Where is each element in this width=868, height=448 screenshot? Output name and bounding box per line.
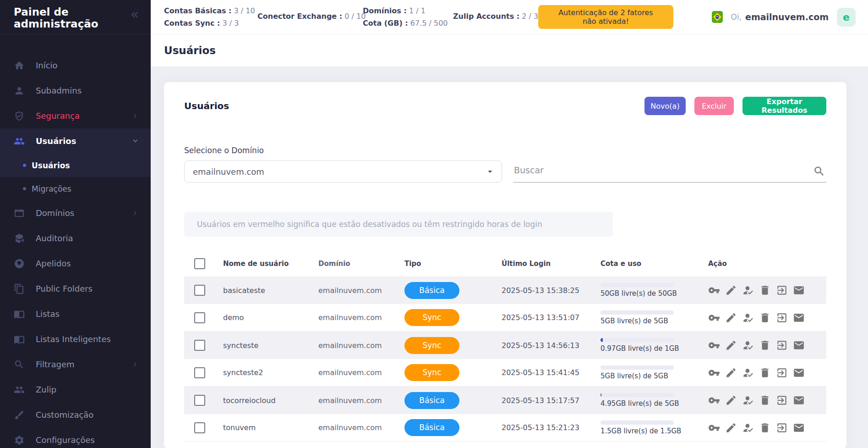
login-icon[interactable]	[776, 422, 788, 434]
audit-icon	[14, 233, 25, 244]
sidebar-item-zulip[interactable]: Zulip	[0, 377, 151, 402]
stat-cota-gb: Cota (GB) : 67.5 / 500	[363, 19, 453, 28]
edit-icon[interactable]	[725, 367, 737, 379]
trash-icon[interactable]	[759, 312, 771, 324]
select-all-checkbox[interactable]	[194, 258, 205, 269]
row-checkbox[interactable]	[194, 285, 205, 296]
red-users-notice: Usuários em vermelho significa que estão…	[184, 212, 613, 237]
sidebar-item-auditoria[interactable]: Auditoria	[0, 226, 151, 251]
sidebar-subitem-label: Usuários	[32, 161, 70, 170]
home-icon	[14, 60, 25, 71]
login-icon[interactable]	[776, 284, 788, 296]
filters-row: Selecione o Domínio emailnuvem.com	[184, 146, 826, 183]
login-icon[interactable]	[776, 312, 788, 324]
quota-text: 1.5GB livre(s) de 1.5GB	[601, 427, 699, 435]
domain-select[interactable]: emailnuvem.com	[184, 160, 502, 183]
row-checkbox[interactable]	[194, 312, 205, 323]
users-icon	[14, 384, 25, 395]
row-checkbox[interactable]	[194, 395, 205, 406]
two-factor-warning-button[interactable]: Autenticação de 2 fatores não ativada!	[538, 5, 673, 29]
edit-icon[interactable]	[725, 394, 737, 406]
search-input[interactable]	[513, 160, 826, 183]
sidebar-item-label: Public Folders	[36, 284, 93, 293]
trash-icon[interactable]	[759, 422, 771, 434]
key-icon[interactable]	[708, 367, 720, 379]
edit-icon[interactable]	[725, 284, 737, 296]
top-header: Contas Básicas : 3 / 10 Contas Sync : 3 …	[151, 0, 868, 34]
stat-contas-sync: Contas Sync : 3 / 3	[164, 19, 257, 28]
sidebar-item-dominios[interactable]: Domínios	[0, 200, 151, 226]
sidebar-item-label: Configurações	[36, 435, 95, 445]
trash-icon[interactable]	[759, 367, 771, 379]
login-icon[interactable]	[776, 339, 788, 351]
user-check-icon[interactable]	[742, 312, 754, 324]
folders-icon	[14, 283, 25, 294]
sidebar-item-seguranca[interactable]: Segurança	[0, 103, 151, 128]
col-header-action: Ação	[699, 260, 826, 268]
edit-icon[interactable]	[725, 339, 737, 351]
sidebar-item-listas[interactable]: Listas	[0, 301, 151, 326]
sidebar-item-usuarios[interactable]: Usuários	[0, 128, 151, 154]
user-check-icon[interactable]	[742, 339, 754, 351]
sidebar-item-public-folders[interactable]: Public Folders	[0, 276, 151, 301]
edit-icon[interactable]	[725, 422, 737, 434]
last-login: 2025-05-13 14:56:13	[492, 341, 590, 350]
row-checkbox[interactable]	[194, 340, 205, 351]
sidebar-item-subadmins[interactable]: Subadmins	[0, 78, 151, 103]
sidebar-item-listas-inteligentes[interactable]: Listas Inteligentes	[0, 326, 151, 352]
trash-icon[interactable]	[759, 394, 771, 406]
sidebar-item-apelidos[interactable]: Apelidos	[0, 251, 151, 276]
quota-bar	[601, 338, 674, 342]
row-checkbox[interactable]	[194, 367, 205, 378]
sidebar-item-filtragem[interactable]: Filtragem	[0, 352, 151, 377]
key-icon[interactable]	[708, 284, 720, 296]
sidebar-collapse-icon[interactable]: «	[131, 7, 139, 21]
mail-icon[interactable]	[793, 422, 805, 434]
sidebar-item-usuarios-sub[interactable]: Usuários	[0, 154, 151, 177]
quota-cell: 5GB livre(s) de 5GB	[590, 310, 699, 325]
row-actions	[708, 394, 826, 406]
login-icon[interactable]	[776, 394, 788, 406]
user-domain: emailnuvem.com	[309, 341, 396, 350]
edit-icon[interactable]	[725, 312, 737, 324]
sidebar-item-customizacao[interactable]: Customização	[0, 402, 151, 427]
login-icon[interactable]	[776, 367, 788, 379]
search-icon[interactable]	[813, 165, 825, 177]
stat-dominios: Domínios : 1 / 1	[363, 6, 453, 15]
sidebar-item-configuracoes[interactable]: Configurações	[0, 427, 151, 448]
page-title: Usuários	[164, 44, 216, 56]
new-button[interactable]: Novo(a)	[644, 97, 686, 115]
key-icon[interactable]	[708, 394, 720, 406]
table-row: demo emailnuvem.com Sync 2025-05-13 13:5…	[184, 304, 826, 332]
trash-icon[interactable]	[759, 339, 771, 351]
brazil-flag-icon[interactable]	[712, 11, 723, 23]
user-check-icon[interactable]	[742, 422, 754, 434]
account-type-badge: Básica	[404, 419, 459, 436]
sidebar-menu: InícioSubadminsSegurançaUsuáriosUsuários…	[0, 34, 151, 448]
mail-icon[interactable]	[793, 312, 805, 324]
key-icon[interactable]	[708, 312, 720, 324]
mail-icon[interactable]	[793, 284, 805, 296]
mail-icon[interactable]	[793, 367, 805, 379]
user-check-icon[interactable]	[742, 284, 754, 296]
sidebar-item-inicio[interactable]: Início	[0, 53, 151, 78]
sidebar-item-label: Início	[36, 61, 58, 70]
mail-icon[interactable]	[793, 339, 805, 351]
sidebar-item-label: Customização	[36, 410, 93, 420]
avatar[interactable]: e	[837, 8, 856, 27]
export-results-button[interactable]: Exportar Resultados	[742, 97, 826, 115]
key-icon[interactable]	[708, 339, 720, 351]
sidebar-item-migracoes-sub[interactable]: Migrações	[0, 177, 151, 200]
quota-bar	[601, 393, 674, 397]
user-check-icon[interactable]	[742, 367, 754, 379]
user-check-icon[interactable]	[742, 394, 754, 406]
chevron-down-icon	[485, 166, 495, 177]
row-checkbox[interactable]	[194, 422, 205, 433]
delete-button[interactable]: Excluir	[694, 97, 734, 115]
trash-icon[interactable]	[759, 284, 771, 296]
account-name[interactable]: emailnuvem.com	[745, 12, 829, 22]
stat-label: Contas Sync :	[164, 19, 220, 28]
key-icon[interactable]	[708, 422, 720, 434]
mail-icon[interactable]	[793, 394, 805, 406]
last-login: 2025-05-13 15:41:45	[492, 368, 590, 377]
